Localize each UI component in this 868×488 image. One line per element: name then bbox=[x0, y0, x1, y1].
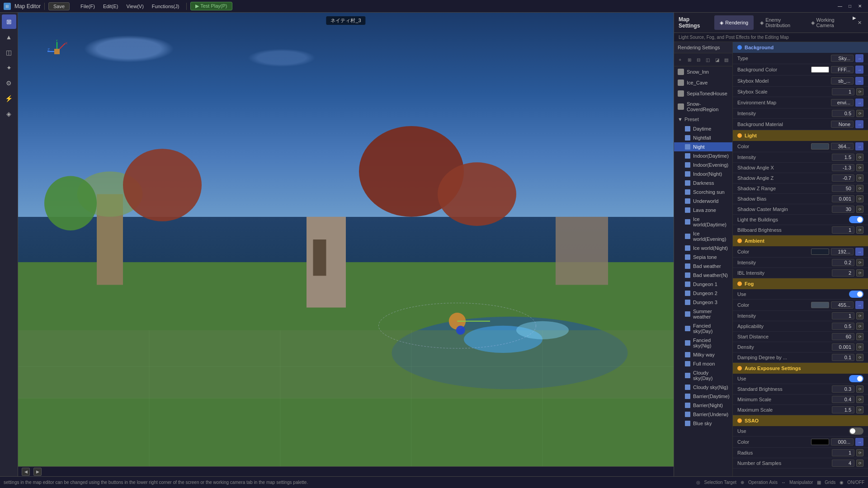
tool-paste[interactable]: ◪ bbox=[713, 55, 722, 64]
fog-density-spin[interactable]: ⟳ bbox=[856, 343, 863, 351]
shadow-bias-spin[interactable]: ⟳ bbox=[856, 195, 863, 202]
env-map-arrow[interactable]: → bbox=[855, 99, 863, 107]
preset-indoor-daytime[interactable]: Indoor(Daytime) bbox=[674, 151, 732, 160]
preset-section-label[interactable]: ▼ Preset bbox=[674, 114, 732, 124]
fog-use-toggle[interactable] bbox=[849, 291, 863, 298]
preset-ice-world-evening[interactable]: Ice world(Evening) bbox=[674, 229, 732, 244]
preset-lava-zone[interactable]: Lava zone bbox=[674, 206, 732, 215]
tool-remove[interactable]: ⊟ bbox=[694, 55, 703, 64]
skybox-model-val[interactable]: sb_... bbox=[831, 77, 854, 84]
type-val[interactable]: Sky... bbox=[831, 55, 854, 62]
fog-density-val[interactable]: 0.001 bbox=[832, 343, 854, 351]
preset-underworld[interactable]: Underworld bbox=[674, 197, 732, 206]
billboard-brightness-val[interactable]: 1 bbox=[832, 226, 854, 234]
preset-indoor-evening[interactable]: Indoor(Evening) bbox=[674, 160, 732, 169]
ambient-intensity-spin[interactable]: ⟳ bbox=[856, 259, 863, 266]
ssao-use-toggle[interactable] bbox=[849, 427, 863, 435]
preset-blue-sky[interactable]: Blue sky bbox=[674, 419, 732, 428]
ambient-color-arrow[interactable]: → bbox=[855, 248, 863, 256]
tool-grid[interactable]: ⊞ bbox=[685, 55, 694, 64]
sidebar-icon-events[interactable]: ⚡ bbox=[2, 91, 16, 106]
onoff-icon[interactable]: ◉ bbox=[837, 479, 845, 487]
shadow-z-range-spin[interactable]: ⟳ bbox=[856, 185, 863, 192]
ssao-samples-val[interactable]: 4 bbox=[832, 460, 854, 467]
sidebar-icon-map[interactable]: ◫ bbox=[2, 45, 16, 60]
shadow-angle-x-val[interactable]: -1.3 bbox=[832, 164, 854, 171]
viewport-nav-left[interactable]: ◀ bbox=[22, 468, 30, 476]
ae-min-scale-spin[interactable]: ⟳ bbox=[856, 396, 863, 403]
ssao-radius-spin[interactable]: ⟳ bbox=[856, 449, 863, 456]
fog-section-header[interactable]: Fog bbox=[733, 278, 868, 289]
menu-file[interactable]: File(F) bbox=[77, 3, 99, 10]
sidebar-icon-place[interactable]: ✦ bbox=[2, 61, 16, 75]
bg-material-arrow[interactable]: → bbox=[855, 120, 863, 128]
operation-axis-icon[interactable]: ⊕ bbox=[738, 479, 746, 487]
light-section-header[interactable]: Light bbox=[733, 130, 868, 141]
preset-fancied-sky-nig[interactable]: Fancied sky(Nig) bbox=[674, 336, 732, 350]
fog-color-swatch[interactable] bbox=[811, 302, 829, 308]
preset-ice-world-daytime[interactable]: Ice world(Daytime) bbox=[674, 215, 732, 229]
background-section-header[interactable]: Background bbox=[733, 42, 868, 53]
ssao-color-arrow[interactable]: → bbox=[855, 438, 863, 446]
rendering-item-snow-region[interactable]: Snow-CoverdRegion bbox=[674, 99, 732, 114]
menu-view[interactable]: View(V) bbox=[123, 3, 147, 10]
ssao-samples-spin[interactable]: ⟳ bbox=[856, 460, 863, 467]
preset-bad-weather-n[interactable]: Bad weather(N) bbox=[674, 271, 732, 280]
skybox-scale-spin[interactable]: ⟳ bbox=[856, 88, 863, 95]
save-button[interactable]: Save bbox=[48, 2, 70, 10]
ae-std-brightness-spin[interactable]: ⟳ bbox=[856, 385, 863, 393]
preset-barrier-night[interactable]: Barrier(Night) bbox=[674, 401, 732, 410]
auto-exposure-section-header[interactable]: Auto Exposure Settings bbox=[733, 363, 868, 374]
fog-start-distance-spin[interactable]: ⟳ bbox=[856, 333, 863, 340]
menu-edit[interactable]: Edit(E) bbox=[99, 3, 122, 10]
viewport[interactable]: X Z Y ネイティ村_3 bbox=[18, 13, 674, 466]
fog-color-arrow[interactable]: → bbox=[855, 301, 863, 309]
ae-max-scale-spin[interactable]: ⟳ bbox=[856, 406, 863, 413]
tab-working-camera[interactable]: ◈ Working Camera bbox=[806, 15, 852, 30]
shadow-caster-val[interactable]: 30 bbox=[832, 206, 854, 213]
ae-max-scale-val[interactable]: 1.5 bbox=[832, 406, 854, 413]
light-color-swatch[interactable] bbox=[811, 143, 829, 150]
preset-cloudy-sky-nig[interactable]: Cloudy sky(Nig) bbox=[674, 383, 732, 392]
tab-rendering[interactable]: ◈ Rendering bbox=[714, 15, 754, 30]
preset-barrier-daytime[interactable]: Barrier(Daytime) bbox=[674, 392, 732, 401]
sidebar-icon-settings[interactable]: ⚙ bbox=[2, 76, 16, 90]
skybox-scale-val[interactable]: 1 bbox=[832, 88, 854, 95]
intensity-bg-spin[interactable]: ⟳ bbox=[856, 110, 863, 117]
preset-dungeon-1[interactable]: Dungeon 1 bbox=[674, 280, 732, 289]
light-buildings-toggle[interactable] bbox=[849, 216, 863, 223]
ssao-color-val[interactable]: 000... bbox=[831, 438, 854, 446]
fog-damping-val[interactable]: 0.1 bbox=[832, 354, 854, 361]
fog-start-distance-val[interactable]: 60 bbox=[832, 333, 854, 340]
ambient-section-header[interactable]: Ambient bbox=[733, 235, 868, 246]
env-map-val[interactable]: envi... bbox=[831, 99, 854, 106]
panel-close-button[interactable]: ✕ bbox=[856, 19, 863, 27]
type-arrow-btn[interactable]: → bbox=[855, 54, 863, 62]
sidebar-icon-grid[interactable]: ⊞ bbox=[2, 14, 16, 29]
bg-color-val[interactable]: FFF... bbox=[831, 66, 854, 73]
sidebar-icon-terrain[interactable]: ▲ bbox=[2, 30, 16, 44]
ssao-radius-val[interactable]: 1 bbox=[832, 449, 854, 456]
shadow-angle-z-spin[interactable]: ⟳ bbox=[856, 174, 863, 182]
minimize-button[interactable]: — bbox=[835, 2, 844, 11]
ssao-color-swatch[interactable] bbox=[811, 439, 829, 445]
rendering-item-sepia-house[interactable]: SepiaTonedHouse bbox=[674, 88, 732, 99]
rendering-item-snow-inn[interactable]: Snow_Inn bbox=[674, 66, 732, 77]
preset-milky-way[interactable]: Milky way bbox=[674, 350, 732, 359]
ambient-intensity-val[interactable]: 0.2 bbox=[832, 259, 854, 266]
intensity-bg-val[interactable]: 0.5 bbox=[832, 110, 854, 117]
preset-daytime[interactable]: Daytime bbox=[674, 124, 732, 133]
preset-dungeon-3[interactable]: Dungeon 3 bbox=[674, 298, 732, 307]
preset-night[interactable]: Night bbox=[674, 142, 732, 151]
preset-full-moon[interactable]: Full moon bbox=[674, 359, 732, 368]
light-color-val[interactable]: 364... bbox=[831, 143, 854, 150]
tabs-arrow[interactable]: ▶ bbox=[853, 15, 856, 30]
light-color-arrow[interactable]: → bbox=[855, 142, 863, 150]
close-button[interactable]: ✕ bbox=[855, 2, 864, 11]
fog-intensity-spin[interactable]: ⟳ bbox=[856, 312, 863, 319]
light-intensity-val[interactable]: 1.5 bbox=[832, 154, 854, 161]
preset-darkness[interactable]: Darkness bbox=[674, 178, 732, 188]
tab-enemy-distribution[interactable]: ◈ Enemy Distribution bbox=[755, 15, 804, 30]
ambient-color-val[interactable]: 192... bbox=[831, 248, 854, 255]
grids-icon[interactable]: ▦ bbox=[815, 479, 823, 487]
